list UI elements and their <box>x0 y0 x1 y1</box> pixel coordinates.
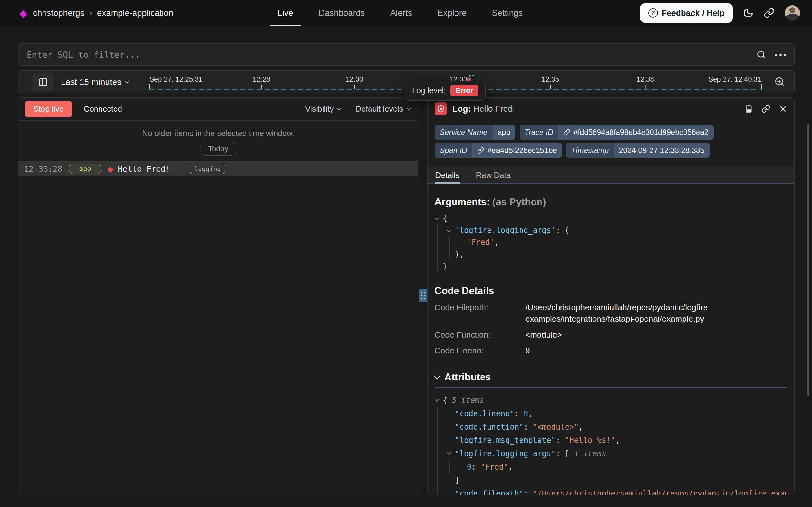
sidebar-toggle-button[interactable] <box>33 73 54 91</box>
code-segment: "Hello %s!" <box>565 436 615 445</box>
live-panel-header: Stop live Connected Visibility Default l… <box>18 98 418 121</box>
detail-link-button[interactable] <box>762 104 770 113</box>
logfire-logo[interactable]: ◆ <box>18 7 28 20</box>
meta-tag-span-id[interactable]: Span ID#ea4d5f226ec151be <box>435 143 562 158</box>
meta-tag-label: Span ID <box>435 143 472 158</box>
tick-label: 12:38 <box>637 75 654 83</box>
code-line: 'Fred', <box>435 236 787 248</box>
code-segment: "code.filepath" <box>455 489 524 495</box>
zoom-in-icon <box>774 76 785 88</box>
shield-x-icon <box>435 103 447 115</box>
meta-tag-label: Trace ID <box>519 125 558 139</box>
log-row-time: 12:33:28 <box>24 164 62 174</box>
diamond-icon: ◆ <box>19 8 27 19</box>
time-range-selector[interactable]: Last 15 minutes <box>61 71 129 94</box>
code-segment: { <box>443 214 447 223</box>
code-segment: : <box>514 409 524 418</box>
breadcrumb-org[interactable]: christophergs <box>33 8 84 18</box>
meta-tag-label: Service Name <box>435 125 493 139</box>
timeline-end-label: Sep 27, 12:40:31 <box>708 75 762 83</box>
nav-tab-live[interactable]: Live <box>270 0 301 26</box>
log-row[interactable]: 12:33:28 app ◆ Hello Fred! logging <box>18 162 418 176</box>
detail-close-button[interactable] <box>779 105 787 113</box>
detail-actions <box>744 104 787 113</box>
code-segment: 'logfire.logging_args' <box>455 226 556 235</box>
attributes-heading[interactable]: Attributes <box>435 372 787 383</box>
meta-tag-value-text: 2024-09-27 12:33:28.385 <box>619 146 704 155</box>
filter-icons <box>756 50 786 59</box>
code-segment: : ( <box>556 226 569 235</box>
detail-title-message: Hello Fred! <box>473 104 515 114</box>
code-detail-value: <module> <box>525 329 762 340</box>
code-segment: "logfire.logging_args" <box>455 449 556 458</box>
collapse-chevron-icon[interactable] <box>447 451 451 455</box>
panel-resize-handle[interactable] <box>419 289 427 302</box>
link-icon <box>563 129 570 136</box>
code-segment: } <box>443 262 447 271</box>
nav-tab-alerts[interactable]: Alerts <box>383 0 419 26</box>
tick-label: 12:35 <box>542 75 559 83</box>
empty-window-message: No older items in the selected time wind… <box>18 129 418 138</box>
collapse-chevron-icon[interactable] <box>447 228 451 232</box>
scrollbar-thumb[interactable] <box>807 124 809 396</box>
nav-tab-dashboards[interactable]: Dashboards <box>311 0 372 26</box>
detail-tab-details[interactable]: Details <box>435 167 460 183</box>
attributes-code-block: { 5 items"code.lineno": 9,"code.function… <box>435 394 787 495</box>
filter-more-button[interactable] <box>775 54 786 56</box>
detail-tab-raw-data[interactable]: Raw Data <box>475 167 511 183</box>
meta-tag-service-name[interactable]: Service Nameapp <box>435 125 515 139</box>
code-segment: , <box>578 422 583 432</box>
timeline-tick-12-38: 12:38 <box>637 75 654 89</box>
nav-tab-explore[interactable]: Explore <box>430 0 474 26</box>
code-line: "code.function": "<module>", <box>435 420 787 434</box>
timeline-zoom-button[interactable] <box>774 76 785 88</box>
code-segment: "/Users/christophersamiullah/repos/pydan… <box>533 489 787 495</box>
code-segment: , <box>495 238 499 247</box>
share-link-button[interactable] <box>764 8 774 18</box>
sql-filter-input[interactable] <box>27 50 756 60</box>
meta-tag-timestamp[interactable]: Timestamp2024-09-27 12:33:28.385 <box>566 143 709 158</box>
nav-tab-settings[interactable]: Settings <box>485 0 530 26</box>
collapse-chevron-icon[interactable] <box>435 397 439 402</box>
meta-tags: Service NameappTrace ID#fdd5694a8fa98eb4… <box>428 120 776 158</box>
meta-tag-trace-id[interactable]: Trace ID#fdd5694a8fa98eb4e301d99ebc056ea… <box>519 125 714 139</box>
code-detail-label: Code Function: <box>435 329 525 340</box>
code-segment: { <box>443 396 452 405</box>
search-icon <box>756 50 766 59</box>
detail-header: Log: Hello Fred! <box>428 98 794 120</box>
visibility-dropdown[interactable]: Visibility <box>305 104 341 114</box>
user-avatar[interactable] <box>785 5 800 21</box>
theme-toggle-button[interactable] <box>743 8 754 18</box>
tick-line <box>645 85 645 89</box>
link-icon <box>764 8 774 18</box>
chevron-down-icon <box>337 106 342 111</box>
tooltip-label: Log level: <box>412 86 446 95</box>
code-segment: 0 <box>467 463 471 471</box>
code-segment: "code.lineno" <box>455 409 514 418</box>
default-levels-dropdown[interactable]: Default levels <box>356 104 411 114</box>
error-diamond-icon: ◆ <box>107 165 113 173</box>
breadcrumb-project[interactable]: example-application <box>97 8 173 18</box>
timeline-tick-12-30: 12:30 <box>346 75 363 89</box>
today-button[interactable]: Today <box>200 142 236 156</box>
code-line: } <box>435 261 787 273</box>
detail-title-prefix: Log: <box>452 104 471 114</box>
detail-content: Arguments: (as Python) {'logfire.logging… <box>428 184 794 495</box>
code-line: "code.lineno": 9, <box>435 407 787 420</box>
panel-toggle-icon <box>39 77 48 87</box>
code-segment: "<module>" <box>533 422 579 432</box>
stop-live-button[interactable]: Stop live <box>25 101 72 117</box>
search-button[interactable] <box>756 50 766 59</box>
tick-label: 12:30 <box>346 75 363 83</box>
nav-right-cluster: Feedback / Help <box>640 0 800 26</box>
tick-line <box>261 85 262 89</box>
nav-tabs: LiveDashboardsAlertsExploreSettings <box>265 0 536 26</box>
code-line: 'logfire.logging_args': ( <box>435 224 787 236</box>
collapse-chevron-icon[interactable] <box>435 216 439 220</box>
code-detail-label: Code Lineno: <box>435 345 525 356</box>
code-segment: "Fred" <box>481 463 508 471</box>
moon-icon <box>743 8 754 18</box>
sql-filter-bar <box>18 44 795 66</box>
feedback-help-button[interactable]: Feedback / Help <box>640 3 733 22</box>
detail-view-button[interactable] <box>744 105 753 113</box>
